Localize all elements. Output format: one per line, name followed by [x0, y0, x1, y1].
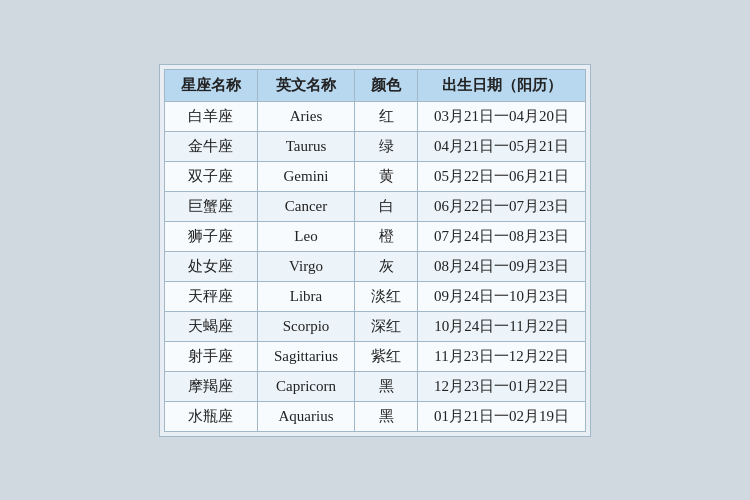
- cell-dates: 07月24日一08月23日: [418, 221, 586, 251]
- cell-chinese-name: 处女座: [164, 251, 257, 281]
- zodiac-table-container: 星座名称 英文名称 颜色 出生日期（阳历） 白羊座Aries红03月21日一04…: [159, 64, 591, 437]
- header-dates: 出生日期（阳历）: [418, 69, 586, 101]
- cell-english-name: Scorpio: [257, 311, 354, 341]
- cell-color: 灰: [355, 251, 418, 281]
- table-body: 白羊座Aries红03月21日一04月20日金牛座Taurus绿04月21日一0…: [164, 101, 585, 431]
- cell-color: 紫红: [355, 341, 418, 371]
- cell-chinese-name: 天蝎座: [164, 311, 257, 341]
- table-row: 双子座Gemini黄05月22日一06月21日: [164, 161, 585, 191]
- cell-dates: 11月23日一12月22日: [418, 341, 586, 371]
- cell-dates: 12月23日一01月22日: [418, 371, 586, 401]
- table-row: 白羊座Aries红03月21日一04月20日: [164, 101, 585, 131]
- cell-color: 黑: [355, 371, 418, 401]
- table-row: 巨蟹座Cancer白06月22日一07月23日: [164, 191, 585, 221]
- cell-chinese-name: 摩羯座: [164, 371, 257, 401]
- table-row: 水瓶座Aquarius黑01月21日一02月19日: [164, 401, 585, 431]
- cell-color: 黄: [355, 161, 418, 191]
- cell-dates: 06月22日一07月23日: [418, 191, 586, 221]
- zodiac-table: 星座名称 英文名称 颜色 出生日期（阳历） 白羊座Aries红03月21日一04…: [164, 69, 586, 432]
- header-english-name: 英文名称: [257, 69, 354, 101]
- cell-dates: 05月22日一06月21日: [418, 161, 586, 191]
- table-row: 天蝎座Scorpio深红10月24日一11月22日: [164, 311, 585, 341]
- cell-chinese-name: 白羊座: [164, 101, 257, 131]
- cell-english-name: Libra: [257, 281, 354, 311]
- cell-chinese-name: 金牛座: [164, 131, 257, 161]
- cell-english-name: Leo: [257, 221, 354, 251]
- table-row: 摩羯座Capricorn黑12月23日一01月22日: [164, 371, 585, 401]
- cell-english-name: Aries: [257, 101, 354, 131]
- table-row: 射手座Sagittarius紫红11月23日一12月22日: [164, 341, 585, 371]
- cell-color: 白: [355, 191, 418, 221]
- cell-chinese-name: 狮子座: [164, 221, 257, 251]
- cell-english-name: Sagittarius: [257, 341, 354, 371]
- cell-dates: 04月21日一05月21日: [418, 131, 586, 161]
- cell-chinese-name: 巨蟹座: [164, 191, 257, 221]
- cell-color: 橙: [355, 221, 418, 251]
- cell-color: 深红: [355, 311, 418, 341]
- table-header-row: 星座名称 英文名称 颜色 出生日期（阳历）: [164, 69, 585, 101]
- cell-chinese-name: 双子座: [164, 161, 257, 191]
- cell-dates: 09月24日一10月23日: [418, 281, 586, 311]
- header-color: 颜色: [355, 69, 418, 101]
- cell-english-name: Cancer: [257, 191, 354, 221]
- cell-english-name: Gemini: [257, 161, 354, 191]
- table-row: 处女座Virgo灰08月24日一09月23日: [164, 251, 585, 281]
- cell-english-name: Aquarius: [257, 401, 354, 431]
- cell-chinese-name: 射手座: [164, 341, 257, 371]
- cell-english-name: Taurus: [257, 131, 354, 161]
- cell-chinese-name: 天秤座: [164, 281, 257, 311]
- table-row: 金牛座Taurus绿04月21日一05月21日: [164, 131, 585, 161]
- cell-color: 黑: [355, 401, 418, 431]
- cell-chinese-name: 水瓶座: [164, 401, 257, 431]
- cell-english-name: Capricorn: [257, 371, 354, 401]
- cell-dates: 08月24日一09月23日: [418, 251, 586, 281]
- table-row: 狮子座Leo橙07月24日一08月23日: [164, 221, 585, 251]
- table-row: 天秤座Libra淡红09月24日一10月23日: [164, 281, 585, 311]
- cell-color: 绿: [355, 131, 418, 161]
- cell-color: 淡红: [355, 281, 418, 311]
- cell-color: 红: [355, 101, 418, 131]
- cell-dates: 03月21日一04月20日: [418, 101, 586, 131]
- cell-dates: 10月24日一11月22日: [418, 311, 586, 341]
- header-chinese-name: 星座名称: [164, 69, 257, 101]
- cell-dates: 01月21日一02月19日: [418, 401, 586, 431]
- cell-english-name: Virgo: [257, 251, 354, 281]
